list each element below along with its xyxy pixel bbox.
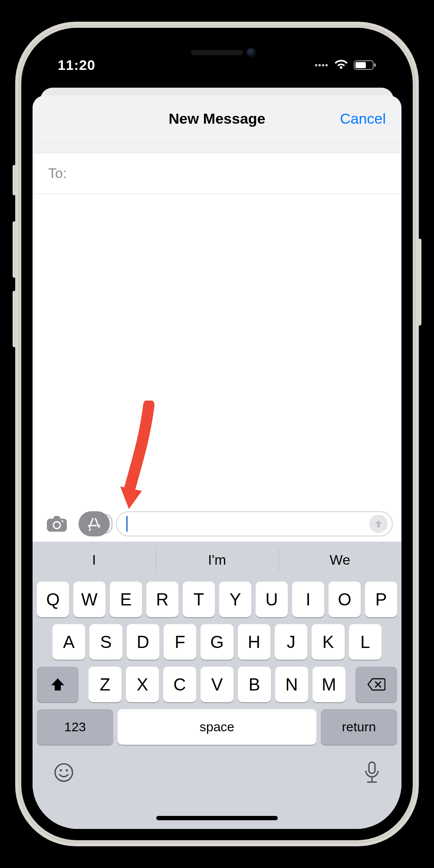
message-input[interactable]	[116, 511, 393, 536]
svg-point-7	[60, 769, 62, 772]
key-row-1: Q W E R T Y U I O P	[33, 578, 401, 621]
key-w[interactable]: W	[73, 582, 105, 617]
key-row-3: Z X C V B N M	[33, 663, 401, 706]
phone-frame: 11:20 •••• New Message Cancel	[15, 22, 419, 846]
emoji-icon	[53, 762, 74, 783]
shift-key[interactable]	[37, 667, 79, 702]
microphone-icon	[363, 761, 381, 784]
svg-rect-3	[47, 519, 67, 532]
key-l[interactable]: L	[349, 624, 381, 660]
key-e[interactable]: E	[110, 582, 142, 617]
new-message-sheet: New Message Cancel To:	[33, 95, 401, 829]
battery-icon	[354, 60, 376, 70]
key-y[interactable]: Y	[219, 582, 251, 617]
emoji-button[interactable]	[53, 762, 74, 785]
backspace-icon	[367, 678, 385, 691]
keyboard: I I'm We Q W E R T Y U I O P	[33, 542, 401, 829]
key-q[interactable]: Q	[37, 582, 69, 617]
key-p[interactable]: P	[365, 582, 397, 617]
to-field-row[interactable]: To:	[33, 153, 401, 194]
svg-point-5	[62, 520, 63, 522]
suggestion-bar: I I'm We	[33, 542, 401, 578]
key-i[interactable]: I	[292, 582, 324, 617]
key-d[interactable]: D	[127, 624, 159, 660]
wifi-icon	[334, 60, 349, 70]
svg-point-6	[55, 764, 72, 781]
key-j[interactable]: J	[275, 624, 307, 660]
key-m[interactable]: M	[312, 667, 345, 702]
key-n[interactable]: N	[275, 667, 308, 702]
key-z[interactable]: Z	[89, 667, 122, 702]
svg-rect-9	[369, 762, 375, 773]
notch	[126, 39, 308, 66]
annotation-arrow-icon	[118, 401, 158, 513]
key-f[interactable]: F	[164, 624, 196, 660]
suggestion-3[interactable]: We	[279, 542, 401, 578]
sheet-header: New Message Cancel	[33, 95, 401, 142]
volume-down-button	[13, 291, 16, 347]
key-k[interactable]: K	[312, 624, 344, 660]
power-button	[418, 239, 421, 326]
backspace-key[interactable]	[355, 667, 397, 702]
screen: 11:20 •••• New Message Cancel	[33, 39, 401, 829]
compose-bar	[33, 507, 401, 542]
keyboard-bottom-row	[33, 748, 401, 786]
suggestion-1[interactable]: I	[33, 542, 155, 578]
earpiece-speaker	[191, 50, 243, 55]
key-a[interactable]: A	[53, 624, 85, 660]
apps-button[interactable]	[79, 511, 110, 536]
key-h[interactable]: H	[238, 624, 270, 660]
svg-rect-1	[355, 62, 366, 68]
key-t[interactable]: T	[183, 582, 215, 617]
camera-button[interactable]	[41, 511, 72, 536]
to-label: To:	[48, 165, 67, 181]
mute-switch	[13, 165, 16, 195]
arrow-up-icon	[373, 519, 384, 529]
key-s[interactable]: S	[89, 624, 122, 660]
cellular-dots-icon: ••••	[315, 60, 329, 70]
key-u[interactable]: U	[256, 582, 288, 617]
home-indicator[interactable]	[156, 816, 278, 820]
sheet-title: New Message	[169, 110, 266, 127]
numbers-key[interactable]: 123	[37, 709, 113, 745]
key-v[interactable]: V	[201, 667, 233, 702]
svg-point-8	[66, 769, 68, 772]
status-time: 11:20	[58, 57, 95, 73]
cancel-button[interactable]: Cancel	[340, 110, 386, 127]
key-row-4: 123 space return	[33, 706, 401, 748]
key-g[interactable]: G	[201, 624, 233, 660]
appstore-icon	[87, 516, 102, 531]
suggestion-2[interactable]: I'm	[155, 542, 278, 578]
conversation-area	[33, 194, 401, 507]
shift-icon	[50, 677, 65, 691]
space-key[interactable]: space	[118, 709, 316, 745]
return-key[interactable]: return	[321, 709, 397, 745]
front-camera	[247, 48, 256, 57]
key-row-2: A S D F G H J K L	[33, 621, 401, 663]
key-c[interactable]: C	[163, 667, 196, 702]
key-x[interactable]: X	[126, 667, 159, 702]
dictation-button[interactable]	[363, 761, 381, 786]
text-caret	[126, 516, 128, 532]
key-r[interactable]: R	[146, 582, 178, 617]
key-o[interactable]: O	[329, 582, 361, 617]
volume-up-button	[13, 221, 16, 278]
key-b[interactable]: B	[238, 667, 271, 702]
camera-icon	[46, 515, 68, 533]
send-button[interactable]	[369, 515, 388, 533]
svg-rect-2	[374, 63, 376, 67]
